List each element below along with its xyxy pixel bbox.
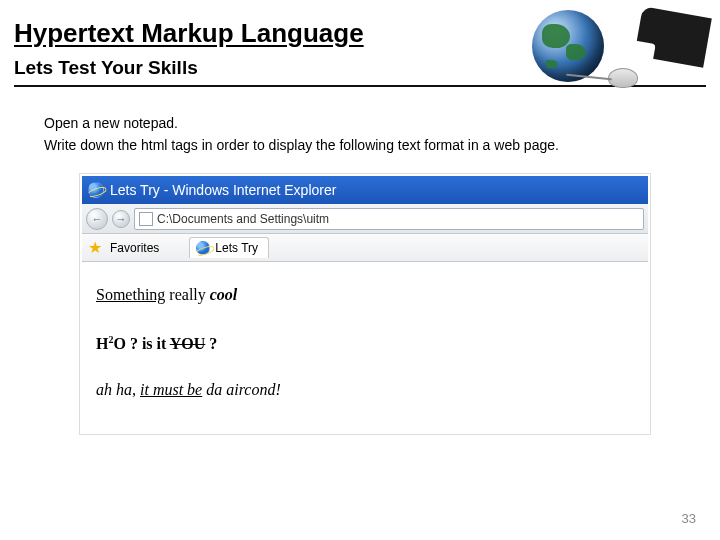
text-italic: da aircond! (202, 381, 281, 398)
window-title: Lets Try - Windows Internet Explorer (110, 182, 336, 198)
text-italic: ah ha, (96, 381, 140, 398)
instruction-line-1: Open a new notepad. (44, 113, 720, 135)
star-icon[interactable]: ★ (88, 240, 104, 256)
favorites-label[interactable]: Favorites (110, 241, 159, 255)
browser-titlebar: Lets Try - Windows Internet Explorer (82, 176, 648, 204)
browser-tab[interactable]: Lets Try (189, 237, 269, 258)
text-strikethrough: YOU (170, 335, 206, 352)
sample-line-2: H2O ? is it YOU ? (96, 329, 634, 359)
slide-subtitle: Lets Test Your Skills (0, 51, 720, 85)
text-plain: really (165, 286, 209, 303)
back-button[interactable]: ← (86, 208, 108, 230)
address-text: C:\Documents and Settings\uitm (157, 212, 329, 226)
instruction-line-2: Write down the html tags in order to dis… (44, 135, 720, 157)
sample-line-1: Something really cool (96, 280, 634, 310)
page-icon (139, 212, 153, 226)
text-bold: ? (205, 335, 217, 352)
browser-nav-row: ← → C:\Documents and Settings\uitm (82, 204, 648, 234)
tab-label: Lets Try (215, 241, 258, 255)
page-number: 33 (682, 511, 696, 526)
instructions: Open a new notepad. Write down the html … (0, 87, 720, 156)
forward-button[interactable]: → (112, 210, 130, 228)
text-bold: O ? is it (113, 335, 169, 352)
text-italic-underline: it must be (140, 381, 202, 398)
sample-line-3: ah ha, it must be da aircond! (96, 375, 634, 405)
browser-window: Lets Try - Windows Internet Explorer ← →… (80, 174, 650, 433)
ie-icon (196, 241, 210, 255)
text-underlined: Something (96, 286, 165, 303)
ie-icon (88, 182, 104, 198)
text-bold: H (96, 335, 108, 352)
address-bar[interactable]: C:\Documents and Settings\uitm (134, 208, 644, 230)
browser-favorites-row: ★ Favorites Lets Try (82, 234, 648, 262)
browser-content: Something really cool H2O ? is it YOU ? … (82, 262, 648, 431)
text-bold-italic: cool (210, 286, 238, 303)
slide-title: Hypertext Markup Language (0, 0, 720, 51)
